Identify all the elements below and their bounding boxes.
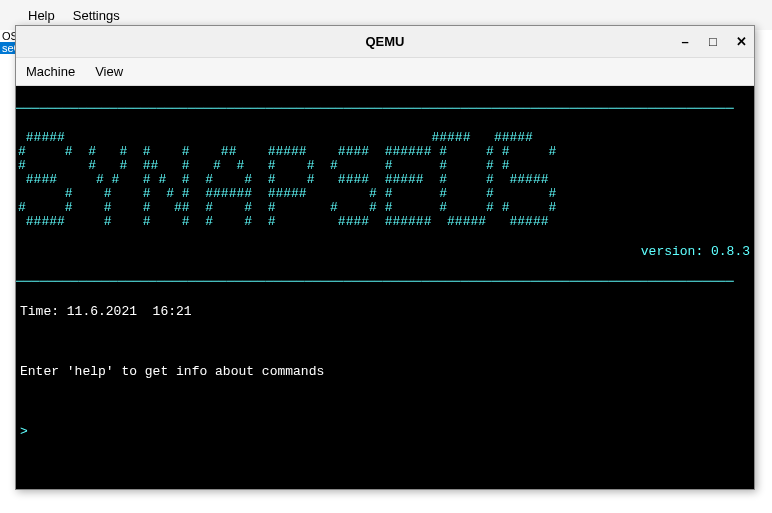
blank-line-2 <box>16 394 754 409</box>
qemu-window: QEMU – □ ✕ Machine View ────────────────… <box>15 25 755 490</box>
window-controls: – □ ✕ <box>678 35 748 49</box>
bg-menu-settings[interactable]: Settings <box>73 8 120 23</box>
help-text: Enter 'help' to get info about commands <box>16 364 754 379</box>
blank-line-1 <box>16 334 754 349</box>
maximize-button[interactable]: □ <box>706 35 720 49</box>
time-text: Time: 11.6.2021 16:21 <box>16 304 754 319</box>
divider-mid: ────────────────────────────────────────… <box>16 274 754 289</box>
menu-machine[interactable]: Machine <box>26 64 75 79</box>
menu-view[interactable]: View <box>95 64 123 79</box>
titlebar[interactable]: QEMU – □ ✕ <box>16 26 754 58</box>
qemu-menubar: Machine View <box>16 58 754 86</box>
close-button[interactable]: ✕ <box>734 35 748 49</box>
bg-menu-help[interactable]: Help <box>28 8 55 23</box>
ascii-logo: ##### ##### ##### # # # # # # ## ##### #… <box>16 131 754 229</box>
divider-top: ────────────────────────────────────────… <box>16 101 754 116</box>
window-title: QEMU <box>366 34 405 49</box>
prompt[interactable]: > <box>16 424 754 439</box>
minimize-button[interactable]: – <box>678 35 692 49</box>
version-text: version: 0.8.3 <box>16 244 754 259</box>
terminal[interactable]: ────────────────────────────────────────… <box>16 86 754 489</box>
